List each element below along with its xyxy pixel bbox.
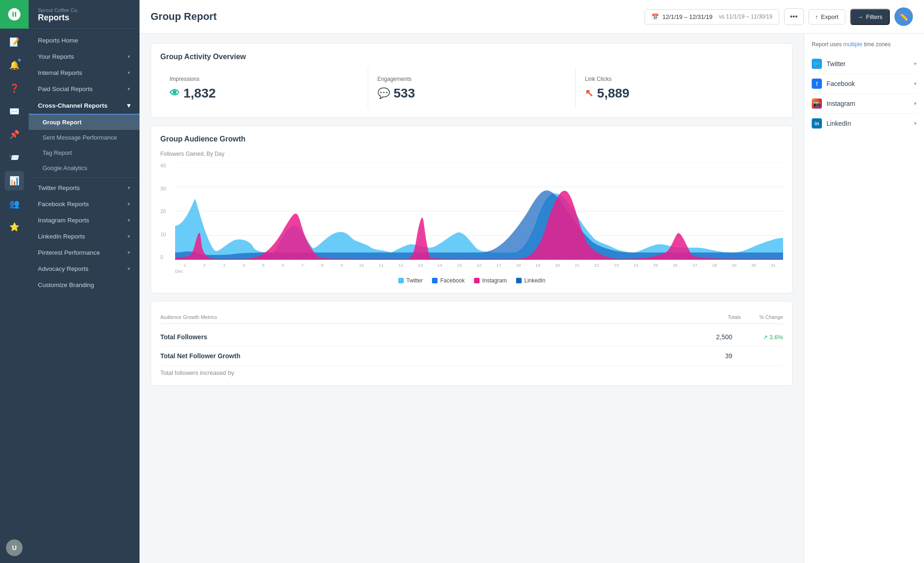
platform-twitter[interactable]: 🐦 Twitter ▾ — [812, 54, 917, 74]
link-clicks-icon: ↖ — [585, 87, 593, 99]
audience-growth-card: Group Audience Growth Followers Gained, … — [151, 125, 793, 294]
more-options-button[interactable]: ••• — [784, 8, 804, 25]
chevron-icon: ▾ — [128, 54, 130, 60]
instagram-chevron-icon: ▾ — [914, 100, 917, 107]
sidebar-item-internal-reports[interactable]: Internal Reports ▾ — [29, 65, 140, 81]
impressions-metric: Impressions 👁 1,832 — [160, 68, 368, 108]
linkedin-legend-label: LinkedIn — [524, 277, 545, 284]
twitter-platform-label: Twitter — [827, 60, 845, 67]
date-range-button[interactable]: 📅 12/1/19 – 12/31/19 vs 11/1/19 – 11/30/… — [644, 9, 779, 24]
nav-messages-icon[interactable]: ✉️ — [5, 102, 24, 121]
sidebar-sub-item-group-report[interactable]: Group Report — [29, 115, 140, 130]
vs-date: vs 11/1/19 – 11/30/19 — [719, 13, 772, 20]
twitter-legend-dot — [398, 278, 404, 283]
impressions-icon: 👁 — [170, 87, 180, 99]
linkedin-platform-label: LinkedIn — [827, 120, 851, 127]
sidebar-item-pinterest[interactable]: Pinterest Performance ▾ — [29, 245, 140, 261]
nav-tasks-icon[interactable]: 📌 — [5, 125, 24, 144]
nav-help-icon[interactable]: ❓ — [5, 79, 24, 98]
sidebar-header: Sprout Coffee Co. Reports — [29, 0, 140, 29]
engagements-label: Engagements — [377, 76, 566, 82]
nav-listening-icon[interactable]: 👥 — [5, 194, 24, 214]
sidebar-divider — [29, 177, 140, 178]
metrics-row: Impressions 👁 1,832 Engagements 💬 533 — [160, 68, 783, 108]
twitter-legend-label: Twitter — [407, 277, 423, 284]
nav-reports-icon[interactable]: 📊 — [5, 171, 24, 190]
export-button[interactable]: ↑ Export — [808, 9, 845, 24]
sidebar-item-advocacy[interactable]: Advocacy Reports ▾ — [29, 261, 140, 277]
total-followers-label: Total Followers — [160, 333, 207, 341]
facebook-platform-label: Facebook — [827, 80, 855, 87]
facebook-legend-label: Facebook — [440, 277, 465, 284]
chevron-icon: ▾ — [128, 266, 130, 272]
sidebar-item-facebook-reports[interactable]: Facebook Reports ▾ — [29, 196, 140, 212]
facebook-platform-icon: f — [812, 79, 822, 89]
chart-legend: Twitter Facebook Instagram LinkedIn — [160, 277, 783, 284]
sidebar-sub-item-tag-report[interactable]: Tag Report — [29, 145, 140, 160]
sidebar-nav: Reports Home Your Reports ▾ Internal Rep… — [29, 29, 140, 297]
calendar-icon: 📅 — [651, 13, 659, 20]
main-content: Group Report 📅 12/1/19 – 12/31/19 vs 11/… — [140, 0, 924, 563]
timezone-note: Report uses multiple time zones — [812, 41, 917, 48]
topbar: Group Report 📅 12/1/19 – 12/31/19 vs 11/… — [140, 0, 924, 34]
chart-svg-area — [175, 163, 783, 260]
side-note: Total followers increased by — [160, 369, 783, 376]
chart-x-labels: 1 2 3 4 5 6 7 8 9 10 11 12 13 — [175, 261, 783, 274]
sidebar-item-twitter-reports[interactable]: Twitter Reports ▾ — [29, 180, 140, 196]
platform-linkedin[interactable]: in LinkedIn ▾ — [812, 114, 917, 133]
timezone-link[interactable]: multiple — [843, 41, 864, 48]
sidebar-item-paid-social[interactable]: Paid Social Reports ▾ — [29, 81, 140, 97]
chevron-icon: ▾ — [128, 250, 130, 256]
sidebar-item-customize-branding[interactable]: Customize Branding — [29, 277, 140, 293]
total-followers-value: 2,500 — [705, 333, 732, 341]
filters-button[interactable]: → Filters — [850, 9, 890, 25]
filters-icon: → — [857, 13, 863, 20]
page-title: Group Report — [151, 11, 217, 23]
chevron-icon: ▾ — [128, 217, 130, 223]
engagements-metric: Engagements 💬 533 — [368, 68, 576, 108]
chevron-icon: ▾ — [128, 185, 130, 191]
table-row: Total Net Follower Growth 39 — [160, 347, 783, 366]
sidebar-sub-item-sent-message[interactable]: Sent Message Performance — [29, 130, 140, 145]
impressions-label: Impressions — [170, 76, 359, 82]
audience-growth-title: Group Audience Growth — [160, 135, 783, 143]
export-icon: ↑ — [815, 13, 819, 20]
link-clicks-label: Link Clicks — [585, 76, 774, 82]
sidebar-item-cross-channel[interactable]: Cross-Channel Reports ▾ — [29, 97, 140, 115]
sidebar-item-your-reports[interactable]: Your Reports ▾ — [29, 49, 140, 65]
instagram-legend-dot — [474, 278, 480, 283]
chart-section: Followers Gained, By Day 40 30 20 10 0 — [160, 151, 783, 284]
content-area: Group Activity Overview Impressions 👁 1,… — [140, 34, 924, 563]
chevron-icon: ▾ — [128, 86, 130, 92]
twitter-chevron-icon: ▾ — [914, 61, 917, 67]
instagram-platform-icon: 📸 — [812, 98, 822, 109]
platform-facebook[interactable]: f Facebook ▾ — [812, 74, 917, 94]
sidebar-item-instagram-reports[interactable]: Instagram Reports ▾ — [29, 212, 140, 228]
linkedin-legend-dot — [516, 278, 522, 283]
sidebar-item-reports-home[interactable]: Reports Home — [29, 32, 140, 49]
instagram-platform-label: Instagram — [827, 100, 855, 107]
chart-container: 40 30 20 10 0 — [160, 163, 783, 274]
platform-instagram[interactable]: 📸 Instagram ▾ — [812, 94, 917, 114]
chart-svg — [175, 163, 783, 260]
avatar: U — [6, 539, 23, 556]
topbar-actions: 📅 12/1/19 – 12/31/19 vs 11/1/19 – 11/30/… — [644, 7, 913, 26]
chart-subtitle: Followers Gained, By Day — [160, 151, 783, 157]
legend-twitter: Twitter — [398, 277, 423, 284]
total-followers-change: ↗ 3.6% — [751, 334, 783, 341]
legend-instagram: Instagram — [474, 277, 507, 284]
nav-publishing-icon[interactable]: 📨 — [5, 148, 24, 167]
nav-compose-icon[interactable]: 📝 — [5, 32, 24, 52]
sidebar-item-linkedin-reports[interactable]: LinkedIn Reports ▾ — [29, 228, 140, 245]
instagram-platform-left: 📸 Instagram — [812, 98, 855, 109]
main-panel: Group Activity Overview Impressions 👁 1,… — [140, 34, 804, 563]
chevron-icon: ▾ — [128, 70, 130, 76]
user-avatar-icon[interactable]: U — [5, 538, 24, 557]
chevron-icon: ▾ — [128, 201, 130, 207]
sidebar-sub-item-google-analytics[interactable]: Google Analytics — [29, 160, 140, 176]
nav-advocacy-icon[interactable]: ⭐ — [5, 217, 24, 237]
table-row: Total Followers 2,500 ↗ 3.6% — [160, 328, 783, 347]
nav-notifications-icon[interactable]: 🔔 — [5, 55, 24, 75]
net-follower-value: 39 — [705, 352, 732, 360]
edit-button[interactable]: ✏️ — [894, 7, 913, 26]
